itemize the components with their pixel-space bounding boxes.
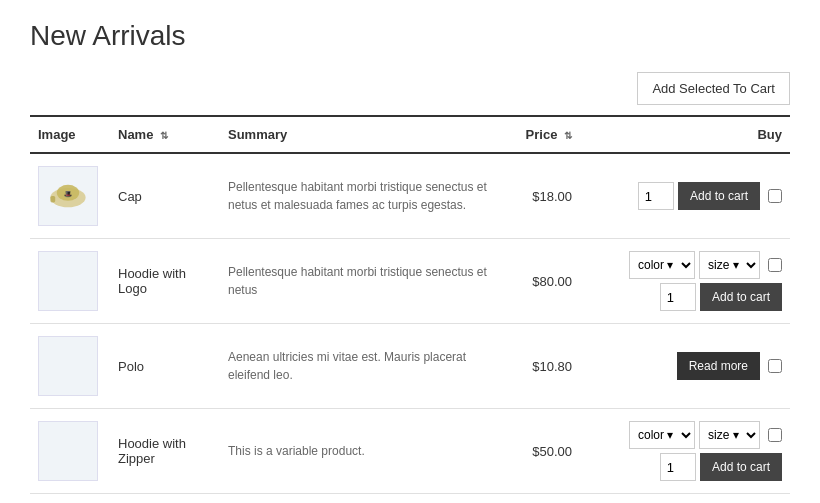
header-summary: Summary — [220, 116, 510, 153]
svg-text:🎩: 🎩 — [64, 190, 72, 198]
product-price-cell-hoodie-logo: $80.00 — [510, 239, 580, 324]
product-summary-cap: Pellentesque habitant morbi tristique se… — [228, 180, 487, 212]
product-buy-cell-hoodie-logo: color ▾ size ▾ Add to cart — [580, 239, 790, 324]
product-image-cell-cap: 🎩 — [30, 153, 110, 239]
variant-select-hoodie-zipper-size[interactable]: size ▾ — [699, 421, 760, 449]
variant-row-hoodie-logo: color ▾ size ▾ — [629, 251, 782, 279]
buy-cell-hoodie-zipper: color ▾ size ▾ Add to cart — [588, 421, 782, 481]
header-image: Image — [30, 116, 110, 153]
product-summary-cell-cap: Pellentesque habitant morbi tristique se… — [220, 153, 510, 239]
svg-rect-2 — [50, 196, 55, 202]
product-name-cap: Cap — [118, 189, 142, 204]
select-checkbox-hoodie-logo[interactable] — [768, 258, 782, 272]
variant-row-hoodie-zipper: color ▾ size ▾ — [629, 421, 782, 449]
product-image-cell-hoodie-zipper: 🧥 — [30, 409, 110, 494]
product-price-polo: $10.80 — [532, 359, 572, 374]
product-price-cap: $18.00 — [532, 189, 572, 204]
add-selected-top-button[interactable]: Add Selected To Cart — [637, 72, 790, 105]
product-name-cell-hoodie-logo: Hoodie with Logo — [110, 239, 220, 324]
product-summary-cell-polo: Aenean ultricies mi vitae est. Mauris pl… — [220, 324, 510, 409]
buy-cell-polo: Read more — [588, 352, 782, 380]
product-name-hoodie-logo: Hoodie with Logo — [118, 266, 186, 296]
buy-row-hoodie-zipper: Add to cart — [660, 453, 782, 481]
name-sort-icon[interactable]: ⇅ — [160, 130, 168, 141]
table-header: Image Name ⇅ Summary Price ⇅ Buy — [30, 116, 790, 153]
add-cart-button-cap[interactable]: Add to cart — [678, 182, 760, 210]
variant-select-hoodie-logo-color[interactable]: color ▾ — [629, 251, 695, 279]
svg-text:🧥: 🧥 — [52, 433, 84, 464]
table-row: 👕 Hoodie with LogoPellentesque habitant … — [30, 239, 790, 324]
top-bar: Add Selected To Cart — [30, 72, 790, 105]
variant-select-hoodie-logo-size[interactable]: size ▾ — [699, 251, 760, 279]
table-row: 👕 T-ShirtPellentesque habitant morbi tri… — [30, 494, 790, 504]
product-image-cap: 🎩 — [38, 166, 98, 226]
product-name-cell-polo: Polo — [110, 324, 220, 409]
product-image-cell-tshirt: 👕 — [30, 494, 110, 504]
product-summary-polo: Aenean ultricies mi vitae est. Mauris pl… — [228, 350, 466, 382]
product-image-cell-polo: 👔 — [30, 324, 110, 409]
products-table: Image Name ⇅ Summary Price ⇅ Buy 🎩 CapPe… — [30, 115, 790, 503]
product-image-hoodie-logo: 👕 — [38, 251, 98, 311]
product-summary-cell-tshirt: Pellentesque habitant morbi tristique se… — [220, 494, 510, 504]
product-name-cell-hoodie-zipper: Hoodie with Zipper — [110, 409, 220, 494]
table-body: 🎩 CapPellentesque habitant morbi tristiq… — [30, 153, 790, 503]
read-more-button-polo[interactable]: Read more — [677, 352, 760, 380]
product-summary-cell-hoodie-logo: Pellentesque habitant morbi tristique se… — [220, 239, 510, 324]
product-name-hoodie-zipper: Hoodie with Zipper — [118, 436, 186, 466]
qty-input-hoodie-logo[interactable] — [660, 283, 696, 311]
variant-select-hoodie-zipper-color[interactable]: color ▾ — [629, 421, 695, 449]
product-price-cell-polo: $10.80 — [510, 324, 580, 409]
product-name-cell-cap: Cap — [110, 153, 220, 239]
product-summary-cell-hoodie-zipper: This is a variable product. — [220, 409, 510, 494]
select-checkbox-cap[interactable] — [768, 189, 782, 203]
product-image-hoodie-zipper: 🧥 — [38, 421, 98, 481]
select-checkbox-hoodie-zipper[interactable] — [768, 428, 782, 442]
price-sort-icon[interactable]: ⇅ — [564, 130, 572, 141]
buy-row-hoodie-logo: Add to cart — [660, 283, 782, 311]
select-checkbox-polo[interactable] — [768, 359, 782, 373]
product-price-cell-hoodie-zipper: $50.00 — [510, 409, 580, 494]
product-summary-hoodie-logo: Pellentesque habitant morbi tristique se… — [228, 265, 487, 297]
buy-cell-hoodie-logo: color ▾ size ▾ Add to cart — [588, 251, 782, 311]
product-buy-cell-hoodie-zipper: color ▾ size ▾ Add to cart — [580, 409, 790, 494]
table-row: 🎩 CapPellentesque habitant morbi tristiq… — [30, 153, 790, 239]
buy-row-polo: Read more — [677, 352, 782, 380]
table-row: 🧥 Hoodie with ZipperThis is a variable p… — [30, 409, 790, 494]
header-price: Price ⇅ — [510, 116, 580, 153]
product-price-cell-cap: $18.00 — [510, 153, 580, 239]
table-row: 👔 PoloAenean ultricies mi vitae est. Mau… — [30, 324, 790, 409]
page-title: New Arrivals — [30, 20, 790, 52]
add-cart-button-hoodie-logo[interactable]: Add to cart — [700, 283, 782, 311]
product-buy-cell-cap: Add to cart — [580, 153, 790, 239]
product-buy-cell-polo: Read more — [580, 324, 790, 409]
product-name-cell-tshirt: T-Shirt — [110, 494, 220, 504]
product-buy-cell-tshirt: T-Shirt Color ▾ size ▾ Add to cart — [580, 494, 790, 504]
product-name-polo: Polo — [118, 359, 144, 374]
product-price-cell-tshirt: $18.00 — [510, 494, 580, 504]
product-image-cell-hoodie-logo: 👕 — [30, 239, 110, 324]
svg-text:👔: 👔 — [52, 348, 84, 379]
qty-input-hoodie-zipper[interactable] — [660, 453, 696, 481]
buy-cell-cap: Add to cart — [588, 182, 782, 210]
header-name: Name ⇅ — [110, 116, 220, 153]
product-image-polo: 👔 — [38, 336, 98, 396]
header-buy: Buy — [580, 116, 790, 153]
product-price-hoodie-zipper: $50.00 — [532, 444, 572, 459]
buy-row-cap: Add to cart — [638, 182, 782, 210]
product-summary-hoodie-zipper: This is a variable product. — [228, 444, 365, 458]
add-cart-button-hoodie-zipper[interactable]: Add to cart — [700, 453, 782, 481]
product-price-hoodie-logo: $80.00 — [532, 274, 572, 289]
svg-text:👕: 👕 — [52, 263, 84, 294]
qty-input-cap[interactable] — [638, 182, 674, 210]
